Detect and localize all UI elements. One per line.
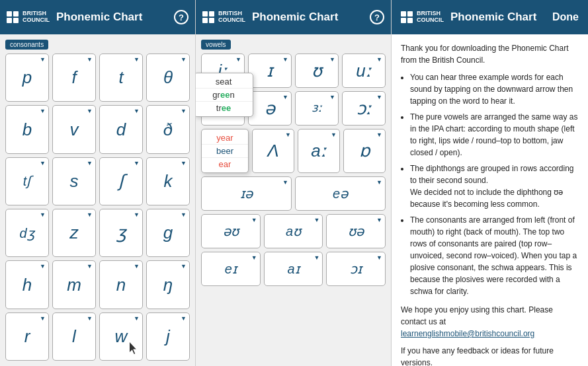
arrow-lambda: ▼ (285, 131, 291, 138)
popup-word-year[interactable]: year (202, 131, 248, 145)
phoneme-open-o[interactable]: ▼ɔː (342, 91, 386, 126)
popup-word-seat[interactable]: seat (196, 75, 253, 89)
arrow-v: ▼ (87, 108, 93, 114)
phoneme-ai[interactable]: ▼aɪ (264, 252, 323, 286)
phoneme-n[interactable]: ▼n (99, 260, 143, 309)
symbol-erzh: ɜː (312, 102, 322, 115)
mid-header: BRITISHCOUNCIL Phonemic Chart ? (196, 0, 391, 34)
arrow-b: ▼ (40, 108, 46, 114)
phoneme-erzh[interactable]: ▼ɜː (295, 91, 339, 126)
phoneme-ei[interactable]: ▼eɪ (201, 252, 261, 286)
info-para2: We hope you enjoy using this chart. Plea… (401, 304, 579, 340)
right-header-title: Phonemic Chart (450, 11, 536, 24)
right-panel: BRITISHCOUNCIL Phonemic Chart Done Thank… (392, 0, 588, 366)
phoneme-f[interactable]: ▼f (52, 54, 96, 102)
bc-logo-mid: BRITISHCOUNCIL (202, 11, 245, 24)
arrow-s: ▼ (87, 160, 93, 166)
logo-sq-12 (407, 18, 413, 23)
phoneme-I[interactable]: ▼ɪ (248, 54, 292, 88)
symbol-sh: ʃ (118, 172, 124, 191)
phoneme-d[interactable]: ▼d (99, 105, 143, 153)
logo-squares-left (7, 11, 19, 23)
phoneme-open-back[interactable]: ▼ɒ (343, 129, 386, 173)
diphthongs-row-popup-area: year beer ear ▼Λ ▼aː ▼ɒ (201, 129, 386, 173)
phoneme-j[interactable]: ▼j (146, 312, 190, 361)
symbol-dzh: dʒ (19, 226, 34, 240)
info-content: Thank you for downloading the Phonemic C… (392, 34, 588, 366)
bc-logo-left: BRITISHCOUNCIL (7, 11, 50, 24)
phoneme-w[interactable]: ▼w (99, 312, 143, 361)
phoneme-l[interactable]: ▼l (52, 312, 96, 361)
symbol-f: f (71, 68, 76, 87)
symbol-j: j (166, 327, 170, 346)
arrow-tsh: ▼ (40, 160, 46, 166)
arrow-eth: ▼ (181, 108, 187, 114)
left-header-title: Phonemic Chart (56, 11, 174, 24)
phoneme-au[interactable]: ▼aʊ (264, 214, 323, 248)
phoneme-z[interactable]: ▼z (52, 209, 96, 257)
logo-sq-8 (209, 18, 214, 23)
popup-word-ear[interactable]: ear (202, 158, 248, 170)
phoneme-lambda[interactable]: ▼Λ (252, 129, 294, 173)
symbol-w: w (115, 327, 128, 346)
symbol-s: s (70, 172, 79, 191)
phoneme-h[interactable]: ▼h (5, 260, 49, 309)
popup-word-beer[interactable]: beer (202, 145, 248, 158)
phoneme-eth[interactable]: ▼ð (146, 105, 190, 153)
phoneme-ua[interactable]: ▼ʊə (326, 214, 386, 248)
phoneme-dzh[interactable]: ▼dʒ (5, 209, 49, 257)
phoneme-p[interactable]: ▼p (5, 54, 49, 102)
symbol-ia: ɪə (240, 186, 253, 201)
left-help-button[interactable]: ? (174, 10, 189, 24)
phoneme-ng[interactable]: ▼ŋ (146, 260, 190, 309)
info-para2-text: We hope you enjoy using this chart. Plea… (401, 305, 553, 326)
phoneme-g[interactable]: ▼g (146, 209, 190, 257)
popup-word-green[interactable]: green (196, 89, 253, 102)
symbol-z: z (70, 223, 79, 242)
info-para3: If you have any feedback or ideas for fu… (401, 345, 579, 366)
mid-panel: BRITISHCOUNCIL Phonemic Chart ? vowels s… (196, 0, 392, 366)
phoneme-m[interactable]: ▼m (52, 260, 96, 309)
phoneme-tsh[interactable]: ▼tʃ (5, 157, 49, 205)
phoneme-ia[interactable]: ▼ɪə (201, 176, 292, 211)
phoneme-sh[interactable]: ▼ʃ (99, 157, 143, 205)
phoneme-v[interactable]: ▼v (52, 105, 96, 153)
mid-help-button[interactable]: ? (370, 10, 384, 24)
logo-sq-4 (13, 18, 19, 23)
arrow-zh: ▼ (134, 211, 140, 218)
phoneme-schwa[interactable]: ▼ə (248, 91, 292, 126)
phoneme-uu[interactable]: ▼uː (342, 54, 386, 88)
phoneme-r[interactable]: ▼r (5, 312, 49, 361)
phoneme-t[interactable]: ▼t (99, 54, 143, 102)
phoneme-zh[interactable]: ▼ʒ (99, 209, 143, 257)
diphthongs-row-3cells: ▼Λ ▼aː ▼ɒ (252, 129, 386, 173)
done-button[interactable]: Done (552, 11, 579, 23)
arrow-ua: ▼ (376, 217, 382, 223)
info-bullet-3: The diphthongs are grouped in rows accor… (410, 163, 579, 210)
symbol-g: g (163, 223, 173, 242)
info-bullet-4: The consonants are arranged from left (f… (410, 214, 579, 297)
phoneme-upsilon[interactable]: ▼ʊ (295, 54, 339, 88)
email-link[interactable]: learnenglishmobile@britishcouncil.org (401, 329, 534, 338)
arrow-upsilon: ▼ (329, 56, 335, 63)
arrow-ou: ▼ (251, 217, 257, 223)
right-header: BRITISHCOUNCIL Phonemic Chart Done (392, 0, 588, 34)
phoneme-theta[interactable]: ▼θ (146, 54, 190, 102)
popup-word-tree[interactable]: tree (196, 102, 253, 114)
phoneme-k[interactable]: ▼k (146, 157, 190, 205)
arrow-p: ▼ (40, 56, 46, 63)
right-header-left: BRITISHCOUNCIL Phonemic Chart (401, 11, 536, 24)
arrow-erzh: ▼ (329, 94, 335, 100)
left-content: consonants ▼p ▼f ▼t ▼θ ▼b ▼v ▼d ▼ð ▼tʃ ▼… (0, 34, 195, 366)
phoneme-oi[interactable]: ▼ɔɪ (326, 252, 386, 286)
phoneme-ou[interactable]: ▼əʊ (201, 214, 261, 248)
logo-sq-7 (202, 18, 208, 23)
arrow-m: ▼ (87, 263, 93, 270)
symbol-upsilon: ʊ (312, 61, 322, 81)
phoneme-b[interactable]: ▼b (5, 105, 49, 153)
phoneme-ar[interactable]: ▼aː (298, 129, 340, 173)
phoneme-s[interactable]: ▼s (52, 157, 96, 205)
phoneme-ea[interactable]: ▼eə (295, 176, 386, 211)
arrow-dzh: ▼ (40, 211, 46, 218)
arrow-I: ▼ (282, 56, 288, 63)
